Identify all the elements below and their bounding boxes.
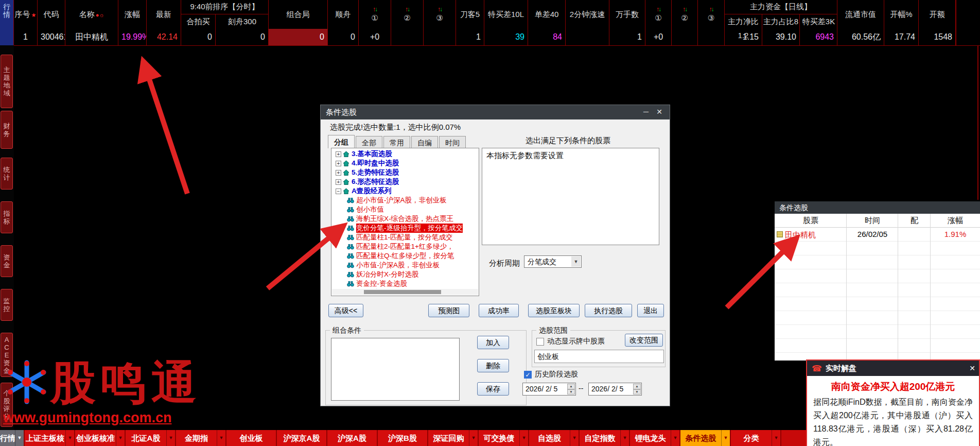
tree-group-item[interactable]: +4.即时盘中选股 [331, 159, 479, 168]
column-header[interactable]: ↑↓① [645, 0, 672, 29]
chevron-down-icon[interactable]: ▼ [772, 430, 780, 446]
select-to-block-button[interactable]: 选股至板块 [528, 304, 580, 317]
close-icon[interactable]: ✕ [653, 105, 666, 119]
taskbar-item-条件选股[interactable]: 条件选股▼ [680, 430, 731, 446]
taskbar-item-沪深京A股[interactable]: 沪深京A股 [277, 430, 327, 446]
tree-leaf-item[interactable]: 创小市值 [331, 205, 479, 214]
chevron-down-icon[interactable]: ▼ [570, 430, 579, 446]
tree-leaf-item[interactable]: 资金控-资金选股 [331, 279, 479, 288]
quote-cell[interactable]: 0 [328, 29, 359, 45]
quote-cell[interactable]: 39 [484, 29, 528, 45]
tree-leaf-item[interactable]: 海豹王综X-综合选股，热点票王 [331, 214, 479, 224]
chevron-down-icon[interactable]: ▼ [166, 430, 175, 446]
tree-group-item[interactable]: +5.走势特征选股 [331, 168, 479, 177]
taskbar-item-北证A股[interactable]: 北证A股▼ [126, 430, 176, 446]
quote-cell[interactable]: 0 [181, 29, 216, 45]
column-header[interactable]: ↑↓① [359, 0, 391, 29]
quote-cell[interactable] [698, 29, 725, 45]
quote-cell[interactable] [566, 29, 609, 45]
chevron-down-icon[interactable]: ▼ [620, 430, 629, 446]
quote-cell[interactable]: 6943 [800, 29, 837, 45]
column-header[interactable]: 合拍买 [181, 14, 216, 29]
quote-cell[interactable]: 19.99% [118, 29, 147, 45]
advanced-button[interactable]: 高级<< [328, 304, 363, 317]
quote-cell[interactable] [391, 29, 424, 45]
column-header[interactable]: 特买差3K [800, 14, 837, 29]
column-header[interactable]: 涨幅 [118, 0, 147, 29]
quote-cell[interactable] [424, 29, 456, 45]
dialog-titlebar[interactable]: 条件选股 ─ ✕ [321, 105, 670, 119]
tree-leaf-item[interactable]: 超小市值-沪深A股，非创业板 [331, 196, 479, 205]
column-header[interactable]: ↑↓③ [698, 0, 725, 29]
tree-group-item[interactable]: +3.基本面选股 [331, 149, 479, 159]
tree-group-item[interactable]: −A壹股经系列 [331, 186, 479, 196]
taskbar-item-自选股[interactable]: 自选股▼ [529, 430, 580, 446]
quote-cell[interactable]: 17.74 [884, 29, 919, 45]
quote-cell[interactable]: 0 [269, 29, 328, 45]
date-from-spinner[interactable]: 2026/ 2/ 5 ▲▼ [522, 383, 576, 396]
expand-box-icon[interactable]: + [336, 170, 341, 176]
chevron-down-icon[interactable]: ▼ [15, 430, 24, 446]
combined-conditions-list[interactable] [331, 338, 460, 401]
result-row-empty[interactable] [775, 242, 980, 255]
column-group-header[interactable]: 主力资金【日线】 [725, 0, 837, 14]
tree-leaf-item[interactable]: 妖冶分时X-分时选股 [331, 270, 479, 279]
tree-leaf-item[interactable]: 小市值-沪深A股，非创业板 [331, 261, 479, 270]
sidebar-tab-主题地域[interactable]: 主题地域 [1, 55, 13, 108]
quote-cell[interactable]: 1 [609, 29, 645, 45]
taskbar-item-沪深B股[interactable]: 沪深B股 [378, 430, 428, 446]
taskbar-item-行情[interactable]: 行情▼ [0, 430, 25, 446]
column-header[interactable]: 主力净比1.2 [725, 14, 762, 29]
tree-leaf-item[interactable]: 竞价分笔-逐级抬升型，按分笔成交 [331, 224, 479, 233]
result-column-header[interactable]: 涨幅 [931, 214, 980, 227]
quote-table-row[interactable]: 1300461田中精机19.99%42.140000+0139841+01.15… [14, 29, 980, 46]
result-column-header[interactable]: 配 [898, 214, 931, 227]
result-row-empty[interactable] [775, 269, 980, 283]
checkbox-unchecked-icon[interactable] [536, 338, 544, 346]
taskbar-item-沪深A股[interactable]: 沪深A股 [327, 430, 378, 446]
change-range-button[interactable]: 改变范围 [625, 334, 663, 347]
column-header[interactable]: 开额 [919, 0, 956, 29]
expand-box-icon[interactable]: − [336, 188, 341, 194]
remove-button[interactable]: 删除 [477, 359, 509, 372]
taskbar-item-深证回购[interactable]: 深证回购▼ [428, 430, 479, 446]
chevron-down-icon[interactable]: ▼ [217, 430, 225, 446]
quote-cell[interactable]: 60.56亿 [837, 29, 884, 45]
dialog-tab-自编[interactable]: 自编 [411, 136, 438, 148]
taskbar-item-自定指数[interactable]: 自定指数▼ [580, 430, 630, 446]
taskbar-item-金期指[interactable]: 金期指▼ [176, 430, 226, 446]
history-stage-checkbox[interactable]: ✓ 历史阶段选股 [524, 370, 578, 379]
popup-titlebar[interactable]: ☎ 实时解盘 ✕ [807, 361, 979, 376]
column-header[interactable]: 刻舟300 [216, 14, 269, 29]
quote-cell[interactable]: 42.14 [147, 29, 181, 45]
sidebar-tab-资金[interactable]: 资金 [1, 245, 13, 277]
expand-box-icon[interactable]: + [336, 161, 341, 166]
result-column-header[interactable]: 时间 [847, 214, 898, 227]
column-group-header[interactable]: 9:40前排序【分时】 [181, 0, 268, 14]
dialog-tab-时间[interactable]: 时间 [439, 136, 466, 148]
close-icon[interactable]: ✕ [966, 364, 979, 372]
chevron-down-icon[interactable]: ▼ [116, 430, 125, 446]
tree-horizontal-scrollbar[interactable] [332, 289, 478, 295]
column-header[interactable]: 组合局 [269, 0, 328, 29]
dialog-tab-分组[interactable]: 分组 [328, 135, 355, 148]
column-header[interactable]: 开幅% [884, 0, 919, 29]
taskbar-item-创业板[interactable]: 创业板 [226, 430, 277, 446]
expand-box-icon[interactable]: + [336, 179, 341, 185]
sidebar-tab-指标[interactable]: 指标 [1, 201, 13, 233]
forecast-button[interactable]: 预测图 [428, 304, 469, 317]
column-header[interactable]: 序号★ [14, 0, 38, 29]
quote-cell[interactable]: +0 [359, 29, 391, 45]
column-header[interactable]: 万手数 [609, 0, 645, 29]
column-header[interactable]: 流通市值 [837, 0, 884, 29]
checkbox-checked-icon[interactable]: ✓ [524, 371, 532, 379]
date-to-spinner[interactable]: 2026/ 2/ 5 ▲▼ [588, 383, 642, 396]
result-row[interactable]: 田中精机26/02/051.91% [775, 228, 980, 242]
chevron-down-icon[interactable]: ▼ [721, 430, 730, 446]
exit-button[interactable]: 退出 [637, 304, 664, 317]
result-row-empty[interactable] [775, 255, 980, 269]
column-header[interactable]: 主力占比8 [762, 14, 800, 29]
quote-cell[interactable]: 0 [216, 29, 269, 45]
spinner-arrows-icon[interactable]: ▲▼ [567, 384, 575, 394]
quote-cell[interactable]: 1.15 [725, 29, 762, 45]
